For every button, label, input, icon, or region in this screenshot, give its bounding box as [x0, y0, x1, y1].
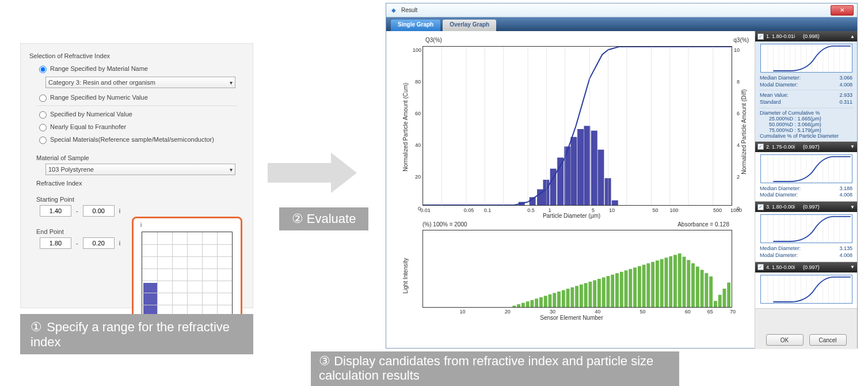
- candidate-body: Median Diameter:3.135Modal Diameter:4.00…: [755, 212, 857, 262]
- caption-2: ② Evaluate: [279, 207, 368, 230]
- svg-rect-70: [602, 278, 606, 307]
- candidate-thumbnail: [760, 154, 852, 183]
- material-dropdown[interactable]: 103 Polystyrene: [45, 164, 235, 175]
- main-distribution-chart: Q3(%) q3(%) Normalized Particle Amount (…: [391, 36, 752, 220]
- svg-rect-55: [535, 298, 538, 307]
- svg-rect-56: [539, 297, 543, 307]
- svg-rect-76: [629, 269, 632, 307]
- cancel-button[interactable]: Cancel: [809, 334, 847, 346]
- candidate-thumbnail: [760, 214, 852, 243]
- svg-rect-92: [701, 270, 704, 307]
- end-real-input[interactable]: [40, 237, 71, 249]
- candidates-sidebar: ✓1. 1.80-0.01i(0.998)▲Median Diameter:3.…: [755, 31, 857, 349]
- titlebar: ◆ Result ✕: [386, 3, 857, 17]
- radio-special-materials[interactable]: Special Materials(Reference sample/Metal…: [36, 135, 244, 144]
- candidate-header[interactable]: ✓1. 1.80-0.01i(0.998)▲: [755, 31, 857, 41]
- svg-rect-95: [714, 301, 717, 307]
- svg-rect-9: [584, 126, 590, 206]
- svg-rect-74: [620, 272, 623, 307]
- svg-rect-98: [727, 282, 730, 307]
- svg-rect-94: [709, 277, 713, 307]
- svg-rect-71: [606, 276, 610, 307]
- ok-button[interactable]: OK: [766, 334, 804, 346]
- candidate-body: [755, 273, 857, 309]
- material-label: Material of Sample: [36, 154, 244, 161]
- end-point-label: End Point: [36, 228, 121, 235]
- candidate-header[interactable]: ✓4. 1.50-0.00i(0.997)▼: [755, 262, 857, 273]
- start-imag-input[interactable]: [83, 205, 115, 217]
- svg-rect-64: [575, 286, 578, 307]
- svg-rect-62: [566, 289, 570, 307]
- svg-rect-60: [557, 292, 561, 307]
- svg-rect-59: [553, 293, 556, 308]
- svg-rect-89: [687, 260, 690, 307]
- candidate-body: Median Diameter:3.188Modal Diameter:4.00…: [755, 152, 857, 202]
- svg-rect-88: [683, 257, 686, 307]
- caption-3: ③ Display candidates from refractive ind…: [311, 351, 679, 386]
- svg-rect-67: [588, 282, 592, 307]
- radio-material-name[interactable]: Range Specified by Material Name: [36, 64, 244, 73]
- tabs-bar: Single Graph Overlay Graph: [386, 17, 857, 31]
- svg-rect-90: [691, 263, 695, 307]
- svg-rect-52: [521, 303, 525, 307]
- svg-rect-61: [562, 290, 565, 307]
- candidate-thumbnail: [760, 275, 852, 304]
- svg-rect-69: [597, 279, 601, 307]
- svg-rect-66: [584, 283, 588, 307]
- svg-rect-12: [605, 178, 611, 205]
- check-icon: ✓: [757, 33, 764, 40]
- svg-rect-83: [660, 259, 664, 307]
- svg-rect-7: [570, 137, 577, 205]
- candidate-thumbnail: [760, 44, 852, 73]
- caption-1: ① Specify a range for the refractive ind…: [20, 314, 253, 354]
- svg-rect-13: [612, 200, 618, 205]
- category-dropdown[interactable]: Category 3: Resin and other organism: [45, 77, 235, 88]
- check-icon: ✓: [757, 143, 764, 150]
- svg-rect-82: [656, 260, 659, 307]
- tab-overlay-graph[interactable]: Overlay Graph: [443, 20, 496, 31]
- radio-fraunhofer[interactable]: Nearly Equal to Fraunhofer: [36, 122, 244, 131]
- svg-rect-91: [696, 267, 699, 307]
- charts-area: Q3(%) q3(%) Normalized Particle Amount (…: [386, 31, 755, 349]
- svg-rect-77: [633, 267, 637, 307]
- svg-rect-10: [591, 131, 597, 205]
- svg-rect-75: [625, 270, 628, 307]
- svg-rect-73: [615, 273, 619, 307]
- candidate-body: Median Diameter:3.066Modal Diameter:4.00…: [755, 41, 857, 142]
- start-point-label: Starting Point: [36, 196, 121, 203]
- radio-numeric-value[interactable]: Specified by Numerical Value: [36, 109, 244, 119]
- svg-rect-11: [597, 150, 604, 205]
- panel-title: Selection of Refractive Index: [29, 52, 244, 59]
- svg-rect-58: [549, 294, 552, 307]
- refractive-index-panel: Selection of Refractive Index Range Spec…: [20, 43, 253, 308]
- candidate-header[interactable]: ✓2. 1.75-0.00i(0.997)▼: [755, 142, 857, 152]
- end-imag-input[interactable]: [83, 237, 115, 249]
- ri-bar: [143, 283, 157, 317]
- light-intensity-chart: (%) 100% = 2000 Absorbance = 0.128 Light…: [391, 221, 752, 322]
- svg-rect-8: [577, 129, 584, 205]
- flow-arrow: [268, 153, 366, 193]
- svg-rect-87: [678, 253, 682, 307]
- ri-label: Refractive Index: [36, 180, 244, 187]
- start-real-input[interactable]: [40, 205, 71, 217]
- svg-rect-85: [669, 256, 672, 307]
- radio-numeric-range[interactable]: Range Specified by Numeric Value: [36, 93, 244, 102]
- svg-rect-68: [593, 280, 596, 307]
- window-title: Result: [401, 7, 417, 13]
- svg-rect-84: [664, 258, 668, 307]
- tab-single-graph[interactable]: Single Graph: [391, 20, 440, 31]
- result-window: ◆ Result ✕ Single Graph Overlay Graph Q3…: [386, 3, 858, 349]
- svg-rect-65: [580, 285, 583, 307]
- candidate-header[interactable]: ✓3. 1.80-0.00i(0.997)▼: [755, 202, 857, 212]
- svg-rect-3: [543, 180, 549, 205]
- svg-rect-50: [512, 306, 516, 307]
- svg-rect-79: [642, 265, 646, 308]
- svg-rect-51: [517, 304, 520, 307]
- svg-rect-81: [651, 262, 654, 307]
- svg-rect-53: [526, 301, 530, 307]
- close-button[interactable]: ✕: [831, 5, 854, 16]
- svg-rect-80: [646, 263, 650, 307]
- check-icon: ✓: [757, 204, 764, 210]
- svg-rect-72: [611, 275, 614, 307]
- svg-rect-78: [638, 266, 641, 307]
